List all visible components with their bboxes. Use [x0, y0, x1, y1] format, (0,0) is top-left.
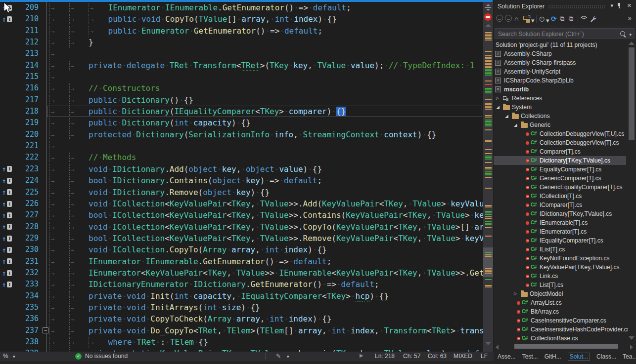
- expander-open-icon[interactable]: [496, 106, 500, 109]
- tree-item-link-cs[interactable]: C#Link.cs: [494, 272, 626, 281]
- tree-item-generic[interactable]: Generic: [494, 121, 626, 129]
- tree-item-arraylist-cs[interactable]: C#ArrayList.cs: [494, 298, 626, 307]
- tree-scroll-right-icon[interactable]: [630, 345, 633, 350]
- tree-item-icomparer-t-cs[interactable]: C#IComparer[T].cs: [494, 201, 626, 209]
- tree-scroll-down-icon[interactable]: [629, 336, 635, 340]
- code-line[interactable]: 239private·static·KeyValuePair<TKey,·TVa…: [0, 348, 483, 352]
- tree-item-comparer-t-cs[interactable]: C#Comparer[T].cs: [494, 147, 626, 156]
- tool-tab-solut[interactable]: Solut...: [568, 353, 590, 361]
- code-line[interactable]: 235private·void·InitArrays(int·size)·{}: [0, 302, 483, 313]
- tree-item-system[interactable]: System: [494, 103, 626, 112]
- show-all-files-icon[interactable]: ⧉: [569, 15, 573, 23]
- tree-item-caseinsensitivecomparer-cs[interactable]: C#CaseInsensitiveComparer.cs: [494, 316, 626, 325]
- editor-splitter-icon[interactable]: [485, 4, 492, 12]
- expander-closed-icon[interactable]: ▷: [514, 289, 517, 298]
- tree-item-equalitycomparer-t-cs[interactable]: C#EqualityComparer[T].cs: [494, 165, 626, 174]
- code-line[interactable]: ↑I228void·ICollection<KeyValuePair<TKey,…: [0, 221, 483, 233]
- collapse-all-icon[interactable]: ⧉: [560, 15, 564, 23]
- tree-item-keynotfoundexception-cs[interactable]: C#KeyNotFoundException.cs: [494, 254, 626, 263]
- tree-item-collectiondebuggerview-t-cs[interactable]: C#CollectionDebuggerView[T].cs: [494, 138, 626, 147]
- code-line[interactable]: 220protected·Dictionary(SerializationInf…: [0, 129, 483, 140]
- code-line[interactable]: 217public·Dictionary()·{}: [0, 94, 483, 106]
- code-line[interactable]: 212}: [0, 37, 483, 48]
- code-line[interactable]: ↑I229bool·ICollection<KeyValuePair<TKey,…: [0, 233, 483, 244]
- expander-open-icon[interactable]: [514, 123, 517, 127]
- code-line[interactable]: 219public·Dictionary(int·capacity)·{}: [0, 117, 483, 128]
- properties-wrench-icon[interactable]: [590, 16, 596, 23]
- editor-vertical-scrollbar[interactable]: [483, 2, 493, 352]
- expander-closed-icon[interactable]: ▷: [496, 94, 499, 103]
- code-line[interactable]: ↑I231IEnumerator·IEnumerable.GetEnumerat…: [0, 256, 483, 267]
- code-line[interactable]: 221: [0, 140, 483, 152]
- tool-tab-gith[interactable]: GitH...: [545, 353, 561, 360]
- tree-scrollbar-thumb[interactable]: [629, 47, 635, 140]
- code-line[interactable]: ↑I227bool·ICollection<KeyValuePair<TKey,…: [0, 209, 483, 221]
- status-line-ending[interactable]: LF: [481, 353, 488, 360]
- pending-changes-filter-icon[interactable]: ◷: [539, 15, 545, 22]
- code-line[interactable]: ↑I232IEnumerator<KeyValuePair<TKey,·TVal…: [0, 267, 483, 279]
- tree-item-iequalitycomparer-t-cs[interactable]: C#IEqualityComparer[T].cs: [494, 236, 626, 245]
- sync-with-active-document-icon[interactable]: ⟳: [551, 15, 557, 23]
- tool-tab-test[interactable]: Test...: [522, 353, 538, 360]
- tree-item-collectiondebuggerview-t-u-cs[interactable]: C#CollectionDebuggerView[T,U].cs: [494, 129, 626, 138]
- tree-item-assembly-csharp[interactable]: #Assembly-CSharp: [494, 49, 626, 58]
- solution-explorer-search[interactable]: Search Solution Explorer (Ctrl+¨) ▾: [494, 27, 636, 40]
- code-line[interactable]: ↑I209IEnumerator·IEnumerable.GetEnumerat…: [0, 2, 483, 13]
- code-line[interactable]: ↑I226void·ICollection<KeyValuePair<TKey,…: [0, 198, 483, 209]
- tree-horizontal-scrollbar[interactable]: [494, 343, 636, 350]
- tree-hscrollbar-thumb[interactable]: [514, 344, 618, 349]
- code-line[interactable]: 238where·TRet·:·TElem·{}: [0, 336, 483, 348]
- tree-item-dictionary-tkey-tvalue-cs[interactable]: C#Dictionary[TKey,TValue].cs: [494, 156, 626, 165]
- expander-open-icon[interactable]: [505, 115, 508, 118]
- tree-item-caseinsensitivehashcodeprovider-cs[interactable]: C#CaseInsensitiveHashCodeProvider.cs: [494, 325, 626, 334]
- code-editor[interactable]: ↑I209IEnumerator·IEnumerable.GetEnumerat…: [0, 2, 483, 352]
- code-line[interactable]: 222//·Methods: [0, 152, 483, 163]
- tree-item-keyvaluepair-tkey-tvalue-cs[interactable]: C#KeyValuePair[TKey,TValue].cs: [494, 263, 626, 272]
- code-line[interactable]: 213: [0, 48, 483, 59]
- tree-item-list-t-cs[interactable]: C#List[T].cs: [494, 281, 626, 289]
- code-line[interactable]: ↑I233IDictionaryEnumerator·IDictionary.G…: [0, 279, 483, 290]
- search-input[interactable]: Search Solution Explorer (Ctrl+¨) ▾: [495, 28, 635, 39]
- tree-item-ienumerator-t-cs[interactable]: C#IEnumerator[T].cs: [494, 227, 626, 236]
- pin-icon[interactable]: [616, 3, 622, 9]
- search-chevron-icon[interactable]: ▾: [629, 32, 632, 37]
- code-line[interactable]: 211public·Enumerator·GetEnumerator()·=>·…: [0, 25, 483, 37]
- tree-item-genericcomparer-t-cs[interactable]: C#GenericComparer[T].cs: [494, 174, 626, 183]
- tree-item-references[interactable]: ▷References: [494, 94, 626, 103]
- zoom-level[interactable]: %: [3, 353, 8, 360]
- tree-item-icollection-t-cs[interactable]: C#ICollection[T].cs: [494, 192, 626, 201]
- format-chevron-down-icon[interactable]: ▾: [287, 354, 289, 359]
- issues-status[interactable]: No issues found: [85, 353, 128, 360]
- zoom-chevron-down-icon[interactable]: ▾: [13, 354, 15, 359]
- code-line[interactable]: ↑I224bool·IDictionary.Contains(object·ke…: [0, 175, 483, 186]
- status-encoding[interactable]: MIXED: [454, 353, 472, 360]
- tree-item-idictionary-tkey-tvalue-cs[interactable]: C#IDictionary[TKey,TValue].cs: [494, 209, 626, 218]
- switch-views-icon[interactable]: ⇅: [523, 16, 530, 23]
- code-line[interactable]: 216//·Constructors: [0, 82, 483, 94]
- tree-item-mscorlib[interactable]: #mscorlib: [494, 85, 626, 94]
- forward-button[interactable]: →: [505, 15, 512, 22]
- tree-item-solution-project-gui-11-of-11-projects-[interactable]: Solution 'project-gui' (11 of 11 project…: [494, 40, 626, 49]
- scrollbar-up-icon[interactable]: [485, 24, 491, 27]
- tree-item-ienumerable-t-cs[interactable]: C#IEnumerable[T].cs: [494, 218, 626, 227]
- back-button[interactable]: ←: [496, 15, 503, 22]
- tool-tab-asse[interactable]: Asse...: [498, 353, 516, 360]
- code-line[interactable]: 214private·delegate·TRet·Transform<TRet>…: [0, 60, 483, 71]
- code-line[interactable]: 218public·Dictionary(IEqualityComparer<T…: [0, 106, 483, 117]
- tree-item-icsharpcode-sharpziplib[interactable]: #ICSharpCode.SharpZipLib: [494, 76, 626, 85]
- tree-item-collectionbase-cs[interactable]: C#CollectionBase.cs: [494, 334, 626, 343]
- tool-tab-class[interactable]: Class...: [596, 353, 616, 360]
- search-icon[interactable]: [620, 31, 625, 36]
- tree-item-genericequalitycomparer-t-cs[interactable]: C#GenericEqualityComparer[T].cs: [494, 183, 626, 192]
- tree-item-objectmodel[interactable]: ▷ObjectModel: [494, 289, 626, 298]
- solution-explorer-titlebar[interactable]: Solution Explorer ▾ ✕: [494, 0, 636, 13]
- tree-item-assembly-unityscript[interactable]: #Assembly-UnityScript: [494, 67, 626, 76]
- window-position-chevron-icon[interactable]: ▾: [610, 2, 613, 9]
- scroll-right-icon[interactable]: ▶: [360, 353, 363, 358]
- code-line[interactable]: ↑I223void·IDictionary.Add(object·key,·ob…: [0, 163, 483, 175]
- tree-item-ilist-t-cs[interactable]: C#IList[T].cs: [494, 245, 626, 254]
- tree-scroll-left-icon[interactable]: [496, 345, 499, 350]
- tree-vertical-scrollbar[interactable]: [629, 40, 635, 343]
- home-icon[interactable]: ⌂: [514, 15, 518, 23]
- fold-collapse-icon[interactable]: −: [43, 327, 48, 333]
